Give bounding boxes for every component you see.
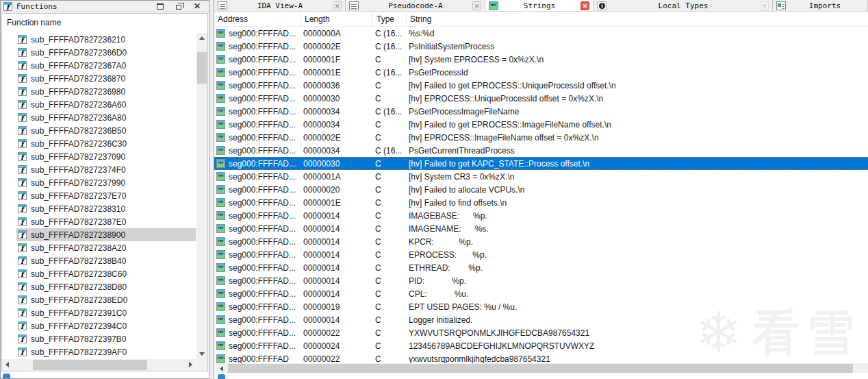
- string-table-row[interactable]: seg000:FFFFAD...0000001EC[hv] Failed to …: [214, 196, 868, 209]
- scroll-right-icon[interactable]: [189, 362, 192, 367]
- function-list-item[interactable]: sub_FFFFAD7827236A80: [16, 111, 196, 124]
- string-value: ETHREAD: %p.: [407, 263, 868, 273]
- functions-horizontal-scrollbar[interactable]: [2, 359, 196, 371]
- string-table-row[interactable]: seg000:FFFFAD...0000002EC[hv] EPROCESS::…: [214, 131, 868, 144]
- function-name: sub_FFFFAD7827237E70: [31, 191, 126, 201]
- column-header-type[interactable]: Type: [373, 12, 407, 27]
- tab-close-icon[interactable]: ✕: [760, 1, 769, 10]
- string-table-row[interactable]: seg000:FFFFAD...0000000AC (16...%s:%d: [214, 27, 868, 40]
- string-address: seg000:FFFFAD...: [229, 159, 296, 169]
- function-icon: [18, 204, 27, 213]
- string-type: C: [373, 81, 407, 90]
- function-list-item[interactable]: sub_FFFFAD78272387E0: [16, 215, 196, 228]
- string-icon: [216, 55, 225, 64]
- function-list-item[interactable]: sub_FFFFAD7827236210: [16, 33, 196, 46]
- function-icon: [18, 61, 27, 70]
- functions-vertical-scrollbar[interactable]: [196, 33, 207, 359]
- function-list-item[interactable]: sub_FFFFAD7827236B50: [16, 124, 196, 137]
- function-list-item[interactable]: sub_FFFFAD78272366D0: [16, 46, 196, 59]
- function-list-item[interactable]: sub_FFFFAD7827236C30: [16, 137, 196, 150]
- function-list-item[interactable]: sub_FFFFAD78272391C0: [16, 306, 196, 319]
- function-list-item[interactable]: sub_FFFFAD78272367A0: [16, 59, 196, 72]
- scroll-up-icon[interactable]: [199, 36, 205, 40]
- string-table-row[interactable]: seg000:FFFFAD...0000001FC[hv] System EPR…: [214, 53, 868, 66]
- scroll-left-icon[interactable]: [220, 366, 223, 371]
- column-header-address[interactable]: Address: [214, 12, 301, 27]
- string-table-row[interactable]: seg000:FFFFAD...00000014CKPCR: %p.: [214, 235, 868, 248]
- tab-ida-view-a[interactable]: IDA View-A✕: [214, 0, 346, 12]
- maximize-icon[interactable]: [157, 3, 164, 10]
- string-table-row[interactable]: seg000:FFFFAD...00000014CEPROCESS: %p.: [214, 248, 868, 261]
- string-table-row[interactable]: seg000:FFFFAD...00000014CCPL: %u.: [214, 287, 868, 300]
- function-name: sub_FFFFAD78272366D0: [31, 48, 127, 58]
- string-table-row[interactable]: seg000:FFFFAD...0000002EC (16...PsInitia…: [214, 40, 868, 53]
- string-value: PID: %p.: [407, 276, 868, 286]
- function-list-item[interactable]: sub_FFFFAD78272374F0: [16, 163, 196, 176]
- horizontal-scroll-thumb[interactable]: [228, 364, 853, 374]
- function-icon: [18, 334, 27, 343]
- function-list-item[interactable]: sub_FFFFAD7827236870: [16, 72, 196, 85]
- column-header-length[interactable]: Length: [301, 12, 373, 27]
- string-table-row[interactable]: seg000:FFFFAD...0000001EC (16...PsGetPro…: [214, 66, 868, 79]
- strings-table-body: seg000:FFFFAD...0000000AC (16...%s:%dseg…: [214, 27, 868, 363]
- string-table-row[interactable]: seg000:FFFFAD...00000022CYXWVUTSRQPONMLK…: [214, 326, 868, 339]
- function-list-item[interactable]: sub_FFFFAD7827238D80: [16, 280, 196, 293]
- function-list-item[interactable]: sub_FFFFAD7827238A20: [16, 241, 196, 254]
- scroll-left-icon[interactable]: [5, 362, 9, 367]
- string-address: seg000:FFFFAD...: [229, 237, 296, 247]
- string-table-row[interactable]: seg000:FFFFAD00000022Cyxwvutsrqponmlkjih…: [214, 352, 868, 363]
- string-icon: [216, 29, 225, 38]
- string-table-row[interactable]: seg000:FFFFAD...00000034C[hv] Failed to …: [214, 118, 868, 131]
- function-name-column-header[interactable]: Function name: [2, 14, 207, 32]
- string-table-row[interactable]: seg000:FFFFAD...00000030C[hv] Failed to …: [214, 157, 868, 170]
- string-value: [hv] EPROCESS::ImageFileName offset = 0x…: [407, 133, 868, 143]
- string-table-row[interactable]: seg000:FFFFAD...00000014CPID: %p.: [214, 274, 868, 287]
- function-list-item[interactable]: sub_FFFFAD7827237990: [16, 176, 196, 189]
- string-type: C (16...: [373, 42, 407, 51]
- string-table-row[interactable]: seg000:FFFFAD...00000024C123456789ABCDEF…: [214, 339, 868, 352]
- function-list-item[interactable]: sub_FFFFAD78272397B0: [16, 332, 196, 345]
- tab-local-types[interactable]: Local Types✕: [593, 0, 773, 12]
- string-value: CPL: %u.: [407, 289, 868, 299]
- string-type: C (16...: [373, 29, 407, 38]
- string-table-row[interactable]: seg000:FFFFAD...00000036C[hv] Failed to …: [214, 79, 868, 92]
- vertical-scroll-thumb[interactable]: [197, 52, 207, 84]
- function-list-item[interactable]: sub_FFFFAD78272394C0: [16, 319, 196, 332]
- scroll-down-icon[interactable]: [199, 352, 205, 356]
- string-table-row[interactable]: seg000:FFFFAD...00000014CETHREAD: %p.: [214, 261, 868, 274]
- function-list-item[interactable]: sub_FFFFAD7827236A60: [16, 98, 196, 111]
- function-list-item[interactable]: sub_FFFFAD7827238900: [16, 228, 196, 241]
- tab-imports[interactable]: Imports: [773, 0, 868, 12]
- restore-icon[interactable]: [176, 5, 181, 10]
- tab-close-icon[interactable]: ✕: [333, 1, 342, 10]
- string-table-row[interactable]: seg000:FFFFAD...00000034C (16...PsGetCur…: [214, 144, 868, 157]
- function-list-item[interactable]: sub_FFFFAD7827238310: [16, 202, 196, 215]
- tab-close-icon[interactable]: ✕: [472, 1, 481, 10]
- string-address: seg000:FFFFAD...: [229, 133, 296, 143]
- function-list-item[interactable]: sub_FFFFAD7827238ED0: [16, 293, 196, 306]
- function-list-item[interactable]: sub_FFFFAD7827239AF0: [16, 345, 196, 358]
- tab-strings[interactable]: Strings✕: [485, 0, 593, 12]
- close-icon[interactable]: ✕: [194, 2, 201, 10]
- string-table-row[interactable]: seg000:FFFFAD...00000034C (16...PsGetPro…: [214, 105, 868, 118]
- function-icon: [18, 113, 27, 122]
- string-table-row[interactable]: seg000:FFFFAD...00000014CIMAGEBASE: %p.: [214, 209, 868, 222]
- tab-close-icon[interactable]: ✕: [580, 1, 589, 10]
- string-table-row[interactable]: seg000:FFFFAD...00000014CIMAGENAME: %s.: [214, 222, 868, 235]
- column-header-string[interactable]: String: [407, 12, 868, 27]
- function-list-item[interactable]: sub_FFFFAD7827237090: [16, 150, 196, 163]
- string-table-row[interactable]: seg000:FFFFAD...0000001AC[hv] System CR3…: [214, 170, 868, 183]
- function-list-item[interactable]: sub_FFFFAD7827237E70: [16, 189, 196, 202]
- string-table-row[interactable]: seg000:FFFFAD...00000030C[hv] EPROCESS::…: [214, 92, 868, 105]
- string-table-row[interactable]: seg000:FFFFAD...00000014CLogger initiali…: [214, 313, 868, 326]
- function-list-item[interactable]: sub_FFFFAD7827238C60: [16, 267, 196, 280]
- function-list-item[interactable]: sub_FFFFAD7827238B40: [16, 254, 196, 267]
- string-table-row[interactable]: seg000:FFFFAD...00000020C[hv] Failed to …: [214, 183, 868, 196]
- string-length: 00000034: [301, 120, 373, 130]
- string-address: seg000:FFFFAD...: [229, 172, 296, 182]
- tab-pseudocode-a[interactable]: Pseudocode-A✕: [346, 0, 485, 12]
- string-table-row[interactable]: seg000:FFFFAD...00000019CEPT USED PAGES:…: [214, 300, 868, 313]
- functions-titlebar[interactable]: Functions ✕: [1, 1, 209, 12]
- function-list-item[interactable]: sub_FFFFAD7827236980: [16, 85, 196, 98]
- horizontal-scroll-thumb[interactable]: [33, 360, 147, 370]
